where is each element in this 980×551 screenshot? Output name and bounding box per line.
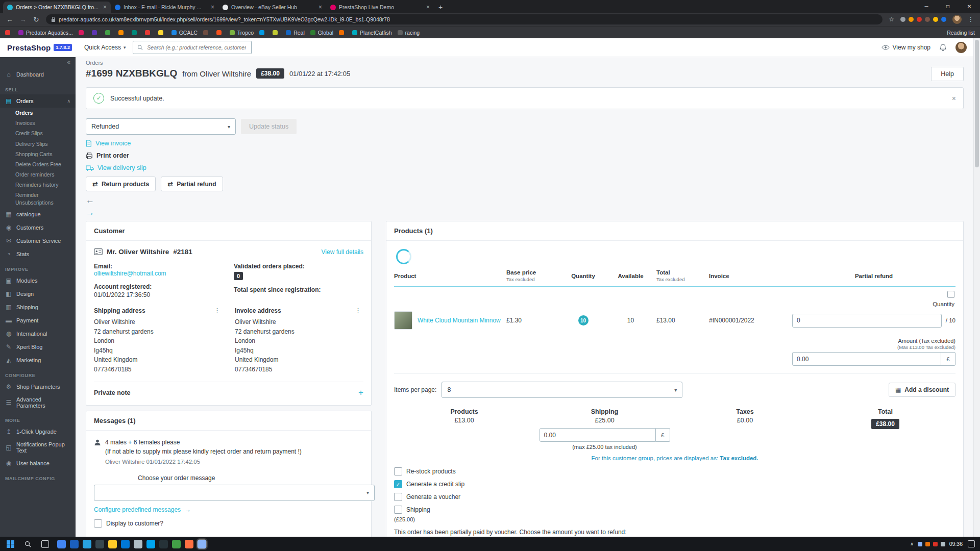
sidebar-subitem[interactable]: Reminder Unsubscriptions [0, 190, 76, 207]
tab-close-icon[interactable]: × [211, 4, 214, 11]
items-per-page-select[interactable]: 8 ▾ [442, 382, 682, 398]
sidebar-item[interactable]: ☰ Advanced Parameters [0, 393, 76, 412]
taskbar-clock[interactable]: 09:36 [949, 541, 963, 547]
bookmark-item[interactable]: PlanetCatfish [352, 30, 391, 36]
sidebar-item[interactable]: ↥ 1-Click Upgrade [0, 425, 76, 438]
invoice-address-menu-icon[interactable]: ⋮ [353, 307, 363, 314]
next-order-arrow[interactable]: → [86, 208, 94, 218]
taskbar-app-icon[interactable] [134, 540, 142, 548]
taskbar-app-icon[interactable] [108, 540, 117, 548]
sidebar-item[interactable]: ◉ User balance [0, 457, 76, 470]
taskbar-app-icon[interactable] [70, 540, 79, 548]
browser-profile-avatar[interactable] [952, 15, 962, 24]
sidebar-item-orders[interactable]: ▤ Orders ∧ [0, 94, 76, 108]
bookmark-item[interactable]: racing [398, 30, 420, 36]
bell-icon[interactable] [940, 44, 946, 52]
sidebar-subitem[interactable]: Order reminders [0, 169, 76, 180]
admin-search[interactable] [133, 41, 252, 54]
order-message-select[interactable]: ▾ [94, 485, 375, 501]
bookmark-item[interactable]: Tropco [230, 30, 254, 36]
help-button[interactable]: Help [931, 67, 964, 81]
bookmark-item[interactable] [158, 30, 166, 35]
bookmark-item[interactable] [273, 30, 280, 35]
search-input[interactable] [146, 44, 247, 51]
bookmark-item[interactable] [79, 30, 86, 35]
reload-button[interactable]: ↻ [31, 16, 42, 23]
tray-icon[interactable] [918, 542, 922, 546]
sidebar-subitem[interactable]: Orders [0, 108, 76, 118]
browser-tab[interactable]: PrestaShop Live Demo × [326, 2, 434, 13]
alert-close-icon[interactable]: × [952, 94, 956, 103]
view-delivery-slip-link[interactable]: View delivery slip [86, 164, 146, 171]
address-bar[interactable]: predator-aquatics.co.uk/am8ecxlbrnvpm5ul… [46, 14, 883, 24]
taskbar-app-icon[interactable] [121, 540, 130, 548]
browser-menu-icon[interactable]: ⋮ [966, 16, 976, 23]
tab-close-icon[interactable]: × [426, 4, 430, 11]
taskbar-app-icon[interactable] [146, 540, 155, 548]
tray-icon[interactable] [941, 542, 945, 546]
bookmark-item[interactable]: Predator Aquatics... [18, 30, 73, 36]
tray-icon[interactable] [933, 542, 938, 546]
bookmark-star-icon[interactable]: ☆ [887, 16, 896, 23]
refund-amount-input[interactable] [792, 352, 941, 366]
extension-icon[interactable] [917, 17, 922, 22]
extension-icon[interactable] [925, 17, 930, 22]
taskbar-app-icon[interactable] [83, 540, 91, 548]
window-maximize-button[interactable]: □ [937, 0, 959, 13]
sidebar-collapse-button[interactable]: « [67, 59, 70, 66]
sidebar-subitem[interactable]: Credit Slips [0, 128, 76, 138]
sidebar-item[interactable]: ✉ Customer Service [0, 234, 76, 247]
bookmark-item[interactable] [203, 30, 211, 35]
configure-messages-link[interactable]: Configure predefined messages → [94, 506, 191, 513]
sidebar-subitem[interactable]: Shopping Carts [0, 149, 76, 159]
refund-quantity-input[interactable] [792, 314, 942, 328]
sidebar-item[interactable]: ▦ catalogue [0, 208, 76, 221]
window-minimize-button[interactable]: ─ [916, 0, 937, 13]
sidebar-item[interactable]: ✎ Xpert Blog [0, 340, 76, 354]
product-name-link[interactable]: White Cloud Mountain Minnow [418, 317, 501, 324]
sidebar-item[interactable]: ▣ Modules [0, 274, 76, 287]
bookmark-item[interactable]: Global [310, 30, 333, 36]
voucher-checkbox[interactable] [394, 493, 402, 501]
sidebar-subitem[interactable]: Invoices [0, 118, 76, 128]
sidebar-subitem[interactable]: Delivery Slips [0, 139, 76, 149]
forward-button[interactable]: → [17, 16, 29, 23]
update-status-button[interactable]: Update status [241, 119, 297, 134]
sidebar-item-dashboard[interactable]: ⌂ Dashboard [0, 68, 76, 81]
shipping-address-menu-icon[interactable]: ⋮ [212, 307, 223, 314]
bookmark-item[interactable]: GCALC [172, 30, 198, 36]
tab-close-icon[interactable]: × [103, 4, 107, 11]
refund-select-checkbox[interactable] [947, 291, 954, 298]
shipping-refund-checkbox[interactable] [394, 506, 402, 514]
display-to-customer-checkbox[interactable] [94, 519, 102, 528]
tab-close-icon[interactable]: × [318, 4, 322, 11]
view-my-shop-link[interactable]: View my shop [881, 44, 930, 51]
notification-center-button[interactable] [968, 540, 975, 547]
view-invoice-link[interactable]: View invoice [86, 140, 131, 147]
taskbar-app-icon[interactable] [95, 540, 104, 548]
restock-checkbox[interactable] [394, 467, 402, 475]
bookmark-item[interactable]: Real [286, 30, 305, 36]
browser-tab[interactable]: Inbox - E-mail - Rickie Murphy ... × [111, 2, 218, 13]
taskbar-app-icon[interactable] [185, 540, 193, 548]
previous-order-arrow[interactable]: ← [86, 195, 94, 206]
customer-email-link[interactable]: olliewiltshire@hotmail.com [94, 270, 166, 277]
page-scrollbar[interactable] [973, 38, 980, 537]
taskbar-app-icon[interactable] [198, 540, 206, 548]
sidebar-item[interactable]: ◉ Customers [0, 221, 76, 234]
new-tab-button[interactable]: + [434, 2, 447, 13]
tray-expand-icon[interactable]: ∧ [910, 541, 914, 546]
sidebar-subitem[interactable]: Reminders history [0, 180, 76, 190]
extension-icon[interactable] [941, 17, 946, 22]
taskbar-app-icon[interactable] [57, 540, 66, 548]
add-discount-button[interactable]: ▦ Add a discount [889, 383, 955, 397]
user-avatar[interactable] [955, 42, 967, 53]
extension-icon[interactable] [933, 17, 938, 22]
sidebar-subitem[interactable]: Delete Orders Free [0, 159, 76, 169]
sidebar-item[interactable]: ◭ Marketing [0, 354, 76, 367]
order-status-select[interactable]: Refunded ▾ [86, 118, 236, 135]
extension-icon[interactable] [900, 17, 905, 22]
return-products-button[interactable]: ⇄ Return products [86, 177, 156, 191]
start-button[interactable] [2, 537, 18, 551]
bookmark-item[interactable] [145, 30, 153, 35]
